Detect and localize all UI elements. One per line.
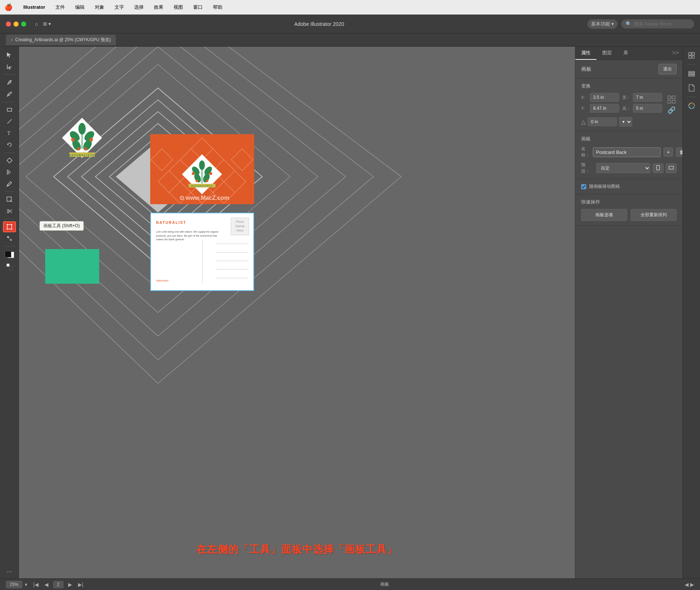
exit-artboard-button[interactable]: 退出	[658, 64, 677, 74]
svg-text:T: T	[7, 131, 11, 136]
svg-rect-26	[9, 267, 12, 269]
lock-ratio-icon[interactable]: 🔗	[668, 106, 676, 114]
zoom-input[interactable]	[6, 581, 22, 588]
scissors-tool-button[interactable]	[3, 206, 16, 217]
menu-type[interactable]: 文字	[113, 3, 125, 11]
move-artwork-checkbox[interactable]	[581, 184, 586, 189]
svg-point-78	[196, 180, 198, 182]
workspace-label-text: 基本功能	[591, 21, 610, 27]
document-tab[interactable]: × Creating_Artboards.ai @ 25% (CMYK/GPU …	[6, 35, 116, 45]
current-artboard-input[interactable]	[53, 581, 63, 588]
svg-point-10	[7, 211, 9, 213]
angle-unit-select[interactable]: ▾	[619, 117, 632, 127]
svg-rect-5	[7, 170, 12, 175]
pen-tool-button[interactable]	[3, 77, 16, 88]
blend-tool-button[interactable]	[3, 233, 16, 244]
svg-point-9	[7, 209, 9, 211]
gradient-tool-button[interactable]	[3, 167, 16, 178]
svg-rect-95	[689, 71, 695, 73]
workspace-selector[interactable]: 基本功能 ▾	[587, 19, 618, 29]
type-tool-button[interactable]: T	[3, 128, 16, 139]
scroll-right-button[interactable]: ▶	[690, 582, 694, 587]
view-mode-selector[interactable]: ⊞ ▾	[43, 21, 51, 27]
tab-properties[interactable]: 属性	[575, 47, 596, 60]
far-right-separator-1	[687, 64, 697, 65]
x-label: X:	[581, 95, 588, 100]
properties-icon[interactable]	[686, 50, 697, 61]
move-artwork-label: 随画板移动图稿	[589, 183, 620, 190]
color-mode-button[interactable]	[3, 261, 16, 272]
home-button[interactable]: ⌂	[35, 21, 38, 27]
shape-builder-tool-button[interactable]	[3, 155, 16, 166]
tab-libraries[interactable]: 库	[618, 47, 634, 60]
grid-view-icon: ⊞	[43, 21, 47, 27]
menu-edit[interactable]: 编辑	[74, 3, 86, 11]
rotate-tool-button[interactable]	[3, 139, 16, 150]
menu-illustrator[interactable]: Illustrator	[22, 4, 47, 11]
menu-object[interactable]: 对象	[93, 3, 106, 11]
minimize-window-button[interactable]	[13, 22, 19, 27]
prev-artboard-button[interactable]: ◀	[43, 582, 50, 587]
artboard-name-input[interactable]	[593, 147, 661, 157]
bottom-annotation: 在左侧的「工具」面板中选择「画板工具」	[19, 543, 575, 556]
y-input[interactable]	[590, 104, 619, 113]
right-panel: 属性 图层 库 >> 画板 退出 变换 X: 宽：	[575, 47, 682, 578]
menu-select[interactable]: 选择	[133, 3, 145, 11]
color-wheel-icon[interactable]	[686, 100, 697, 112]
close-window-button[interactable]	[6, 22, 11, 27]
canvas-area[interactable]: NATURALISTS 01 - Postcard Front	[19, 47, 575, 578]
home-icon: ⌂	[35, 21, 38, 27]
stock-search[interactable]: 🔍	[621, 19, 694, 28]
panel-artboard-header: 画板 退出	[575, 60, 682, 78]
direct-selection-tool-button[interactable]	[3, 61, 16, 72]
status-bar: ▾ |◀ ◀ ▶ ▶| 画板 ◀ ▶	[0, 578, 700, 590]
tab-layers[interactable]: 图层	[596, 47, 618, 60]
postcard-back-artboard[interactable]: 02 - Postcard Back Place Stamp Here NATU…	[150, 213, 254, 291]
artboard-tool-button[interactable]	[3, 221, 16, 232]
document-icon[interactable]	[686, 82, 697, 94]
panel-expand-button[interactable]: >>	[668, 47, 682, 60]
color-swatches[interactable]	[4, 249, 15, 260]
angle-input[interactable]	[588, 117, 617, 126]
green-rectangle[interactable]	[45, 249, 99, 284]
landscape-orientation-button[interactable]	[666, 163, 677, 173]
eyedropper-tool-button[interactable]	[3, 178, 16, 189]
search-input[interactable]	[634, 21, 688, 27]
rectangle-tool-button[interactable]	[3, 104, 16, 115]
toolbar-right: 基本功能 ▾ 🔍	[587, 19, 694, 29]
menu-window[interactable]: 窗口	[192, 3, 204, 11]
height-input[interactable]	[633, 104, 662, 113]
rearrange-artboards-button[interactable]: 全部重新排列	[631, 209, 677, 221]
svg-point-99	[691, 105, 693, 107]
scroll-left-button[interactable]: ◀	[685, 582, 689, 587]
zoom-dropdown-button[interactable]: ▾	[24, 582, 28, 587]
layers-icon[interactable]	[686, 67, 697, 79]
apple-menu[interactable]: 🍎	[4, 3, 12, 11]
svg-point-0	[10, 80, 11, 81]
back-card-address-lines	[215, 240, 248, 282]
constrain-proportions-icon[interactable]	[666, 94, 677, 105]
next-artboard-button[interactable]: ▶	[67, 582, 73, 587]
menu-help[interactable]: 帮助	[211, 3, 224, 11]
selection-tool-button[interactable]	[3, 50, 16, 61]
menu-view[interactable]: 视图	[172, 3, 184, 11]
more-tools-button[interactable]: ···	[7, 568, 12, 575]
svg-point-48	[89, 138, 93, 141]
add-artboard-button[interactable]: +	[664, 147, 673, 157]
postcard-front-artboard[interactable]: 01 - Postcard Front	[150, 134, 254, 204]
width-input[interactable]	[633, 93, 662, 102]
app-toolbar: ⌂ ⊞ ▾ Adobe Illustrator 2020 基本功能 ▾ 🔍	[0, 15, 700, 34]
pencil-tool-button[interactable]	[3, 89, 16, 100]
x-input[interactable]	[590, 93, 619, 102]
portrait-orientation-button[interactable]	[653, 163, 664, 173]
maximize-window-button[interactable]	[21, 22, 26, 27]
artboard-options-button[interactable]: 画板选项	[581, 209, 627, 221]
preset-select[interactable]: 自定	[596, 163, 650, 173]
tab-close-button[interactable]: ×	[11, 38, 13, 42]
first-artboard-button[interactable]: |◀	[32, 582, 40, 587]
line-tool-button[interactable]	[3, 116, 16, 127]
zoom-tool-button[interactable]	[3, 194, 16, 205]
menu-file[interactable]: 文件	[54, 3, 66, 11]
menu-effect[interactable]: 效果	[152, 3, 165, 11]
last-artboard-button[interactable]: ▶|	[77, 582, 85, 587]
